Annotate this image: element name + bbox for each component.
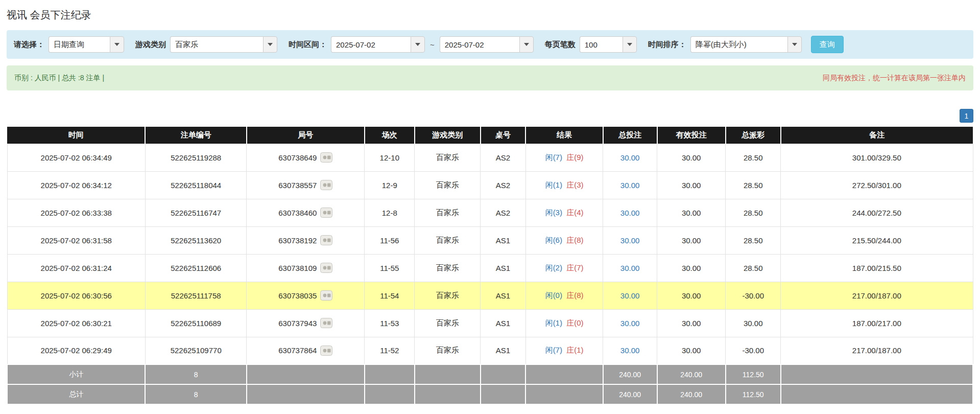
- table-row: 2025-07-02 06:34:12 522625118044 6307385…: [7, 171, 973, 199]
- session-cell: 11-55: [365, 254, 415, 282]
- result-player: 闲(7): [545, 153, 562, 162]
- query-button[interactable]: 查询: [811, 36, 844, 53]
- replay-icon[interactable]: [320, 235, 332, 245]
- total-bet-link[interactable]: 30.00: [620, 264, 640, 272]
- result-banker: 庄(9): [566, 153, 583, 162]
- bet-id-cell: 522625116747: [145, 199, 247, 226]
- bet-id-cell: 522625109770: [145, 337, 247, 364]
- table-no-cell: AS1: [481, 309, 526, 337]
- filter-bar: 请选择： 游戏类别 时间区间： ~ 每页笔数 时间排序：: [7, 30, 973, 59]
- total-bet-cell: 30.00: [603, 226, 657, 254]
- summary-valid-bet-cell: 240.00: [657, 364, 726, 384]
- summary-count-cell: 8: [145, 384, 247, 404]
- result-cell: 闲(6) 庄(8): [525, 226, 603, 254]
- empty-cell: [525, 384, 603, 404]
- result-banker: 庄(1): [566, 346, 583, 354]
- replay-icon[interactable]: [320, 180, 332, 190]
- query-type-input[interactable]: [49, 36, 110, 53]
- total-bet-cell: 30.00: [603, 309, 657, 337]
- valid-bet-cell: 30.00: [657, 309, 726, 337]
- caret-down-icon: [524, 43, 529, 46]
- date-from-dropdown-button[interactable]: [411, 36, 425, 53]
- total-bet-link[interactable]: 30.00: [620, 181, 640, 190]
- payout-cell: 28.50: [726, 254, 781, 282]
- replay-icon[interactable]: [320, 290, 332, 301]
- table-row: 2025-07-02 06:29:49 522625109770 6307378…: [7, 337, 973, 364]
- summary-payout-cell: 112.50: [726, 364, 781, 384]
- payout-cell: -30.00: [726, 282, 781, 309]
- total-bet-link[interactable]: 30.00: [620, 209, 640, 217]
- result-cell: 闲(7) 庄(9): [525, 144, 603, 171]
- game-type-input[interactable]: [170, 36, 263, 53]
- replay-icon[interactable]: [320, 318, 332, 328]
- empty-cell: [781, 364, 973, 384]
- result-cell: 闲(2) 庄(7): [525, 254, 603, 282]
- result-player: 闲(0): [545, 291, 562, 300]
- date-to-input[interactable]: [440, 36, 519, 53]
- time-cell: 2025-07-02 06:30:21: [7, 309, 145, 337]
- date-to-dropdown-button[interactable]: [519, 36, 534, 53]
- total-bet-link[interactable]: 30.00: [620, 291, 640, 300]
- round-cell: 630737864: [247, 337, 365, 364]
- round-id: 630738557: [278, 181, 317, 190]
- round-id: 630738649: [278, 153, 317, 162]
- empty-cell: [415, 384, 481, 404]
- replay-icon[interactable]: [320, 263, 332, 273]
- page-size-input[interactable]: [580, 36, 623, 53]
- game-type-cell: 百家乐: [415, 171, 481, 199]
- session-cell: 11-54: [365, 282, 415, 309]
- note-cell: 217.00/187.00: [781, 282, 973, 309]
- time-cell: 2025-07-02 06:29:49: [7, 337, 145, 364]
- replay-icon[interactable]: [320, 346, 332, 356]
- summary-valid-bet-cell: 240.00: [657, 384, 726, 404]
- session-cell: 12-10: [365, 144, 415, 171]
- time-range-label: 时间区间：: [289, 40, 327, 50]
- date-from-input[interactable]: [331, 36, 411, 53]
- total-bet-cell: 30.00: [603, 199, 657, 226]
- page-number-button[interactable]: 1: [960, 109, 973, 123]
- round-cell: 630738109: [247, 254, 365, 282]
- time-cell: 2025-07-02 06:34:12: [7, 171, 145, 199]
- table-no-cell: AS1: [481, 254, 526, 282]
- table-no-cell: AS1: [481, 337, 526, 364]
- caret-down-icon: [268, 43, 273, 46]
- game-type-cell: 百家乐: [415, 226, 481, 254]
- total-bet-link[interactable]: 30.00: [620, 319, 640, 328]
- total-bet-link[interactable]: 30.00: [620, 346, 640, 355]
- valid-bet-cell: 30.00: [657, 144, 726, 171]
- page-size-combobox: [580, 36, 637, 53]
- result-player: 闲(7): [545, 346, 562, 354]
- round-cell: 630737943: [247, 309, 365, 337]
- time-cell: 2025-07-02 06:30:56: [7, 282, 145, 309]
- round-id: 630737864: [278, 346, 317, 355]
- game-type-dropdown-button[interactable]: [263, 36, 277, 53]
- time-cell: 2025-07-02 06:34:49: [7, 144, 145, 171]
- date-from-combobox: [331, 36, 425, 53]
- sort-dropdown-button[interactable]: [787, 36, 802, 53]
- total-bet-link[interactable]: 30.00: [620, 236, 640, 245]
- caret-down-icon: [415, 43, 420, 46]
- header-bet-id: 注单编号: [145, 127, 247, 144]
- note-cell: 217.00/187.00: [781, 337, 973, 364]
- game-type-combobox: [170, 36, 277, 53]
- note-cell: 301.00/329.50: [781, 144, 973, 171]
- total-bet-link[interactable]: 30.00: [620, 153, 640, 162]
- replay-icon[interactable]: [320, 152, 332, 163]
- page-size-label: 每页笔数: [545, 40, 576, 50]
- time-cell: 2025-07-02 06:33:38: [7, 199, 145, 226]
- total-bet-cell: 30.00: [603, 254, 657, 282]
- summary-payout-cell: 112.50: [726, 384, 781, 404]
- summary-total-bet-cell: 240.00: [603, 364, 657, 384]
- page-size-dropdown-button[interactable]: [623, 36, 637, 53]
- replay-icon[interactable]: [320, 208, 332, 218]
- result-cell: 闲(1) 庄(3): [525, 171, 603, 199]
- sort-input[interactable]: [690, 36, 787, 53]
- round-cell: 630738192: [247, 226, 365, 254]
- query-type-dropdown-button[interactable]: [110, 36, 124, 53]
- betting-records-table: 时间 注单编号 局号 场次 游戏类别 桌号 结果 总投注 有效投注 总派彩 备注…: [7, 127, 973, 405]
- round-cell: 630738460: [247, 199, 365, 226]
- bet-id-cell: 522625113620: [145, 226, 247, 254]
- note-cell: 244.00/272.50: [781, 199, 973, 226]
- table-row: 2025-07-02 06:34:49 522625119288 6307386…: [7, 144, 973, 171]
- total-bet-cell: 30.00: [603, 337, 657, 364]
